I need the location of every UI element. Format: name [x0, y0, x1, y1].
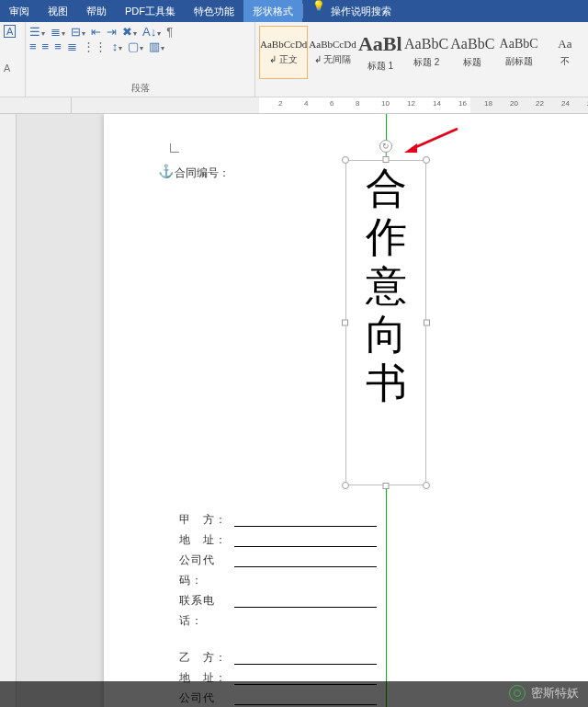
anchor-icon: ⚓ — [158, 164, 174, 178]
svg-line-0 — [412, 129, 458, 149]
change-case-icon[interactable]: A — [4, 63, 10, 74]
form-fields: 甲 方： 地 址： 公司代码： 联系电话： 乙 方： 地 址： 公司代码： 联系… — [179, 509, 377, 707]
tab-feature[interactable]: 特色功能 — [185, 0, 243, 22]
party-a-code: 公司代码： — [179, 550, 234, 590]
ribbon: A A ☰ ≣ ⊟ ⇤ ⇥ ✖ A↓ ¶ ≡ ≡ ≡ ≣ ⋮⋮ ↕ ▢ — [0, 22, 588, 97]
styles-gallery: AaBbCcDd↲ 正文AaBbCcDd↲ 无间隔AaBl标题 1AaBbC标题… — [255, 22, 588, 97]
party-a-tel: 联系电话： — [179, 590, 234, 631]
resize-handle-ml[interactable] — [342, 320, 348, 326]
align-center-icon[interactable]: ≡ — [42, 40, 50, 53]
style-2[interactable]: AaBl标题 1 — [357, 26, 403, 79]
party-a-label: 甲 方： — [179, 509, 234, 530]
linespacing-icon[interactable]: ↕ — [112, 40, 123, 53]
tab-view[interactable]: 视图 — [39, 0, 77, 22]
resize-handle-bl[interactable] — [342, 482, 349, 489]
resize-handle-tr[interactable] — [423, 156, 430, 164]
wechat-icon — [509, 685, 526, 701]
textbox-tool-icon[interactable]: A — [4, 25, 16, 38]
numbering-icon[interactable]: ≣ — [51, 25, 65, 39]
style-1[interactable]: AaBbCcDd↲ 无间隔 — [308, 26, 356, 79]
show-marks-icon[interactable]: ¶ — [166, 25, 173, 39]
align-justify-icon[interactable]: ≣ — [67, 40, 77, 53]
tab-shape-format[interactable]: 形状格式 — [243, 0, 302, 22]
style-6[interactable]: Aa不 — [542, 26, 588, 79]
text-dir-icon[interactable]: ✖ — [122, 25, 137, 39]
tab-help[interactable]: 帮助 — [77, 0, 116, 22]
style-3[interactable]: AaBbC标题 2 — [403, 26, 449, 79]
horizontal-ruler[interactable]: 2468101214161820222426 — [0, 97, 588, 114]
resize-handle-mr[interactable] — [424, 320, 430, 326]
align-left-icon[interactable]: ≡ — [29, 40, 37, 53]
party-b-label: 乙 方： — [179, 647, 234, 667]
party-a-line — [234, 512, 377, 527]
svg-marker-1 — [404, 143, 417, 153]
shading-icon[interactable]: ▢ — [128, 40, 143, 53]
align-right-icon[interactable]: ≡ — [54, 40, 62, 53]
sort-icon[interactable]: A↓ — [142, 25, 161, 39]
resize-handle-bm[interactable] — [383, 483, 390, 489]
resize-handle-tm[interactable] — [383, 156, 390, 163]
title-char: 向 — [366, 311, 407, 359]
bullets-icon[interactable]: ☰ — [29, 25, 45, 39]
tellme-search[interactable]: 操作说明搜索 — [331, 0, 401, 22]
tellme-icon: 💡 — [312, 0, 325, 22]
style-4[interactable]: AaBbC标题 — [449, 26, 495, 79]
resize-handle-br[interactable] — [423, 482, 430, 489]
distributed-icon[interactable]: ⋮⋮ — [83, 40, 107, 53]
outdent-icon[interactable]: ⇤ — [91, 25, 101, 39]
textbox-selected[interactable]: 合作意向书 — [345, 160, 426, 485]
borders-icon[interactable]: ▥ — [149, 40, 164, 53]
title-char: 意 — [366, 262, 407, 311]
watermark-bar — [0, 681, 588, 707]
annotation-arrow — [404, 127, 459, 154]
vertical-ruler[interactable] — [0, 114, 17, 707]
paragraph-group-label: 段落 — [29, 82, 251, 97]
tab-review[interactable]: 审阅 — [0, 0, 39, 22]
title-char: 书 — [366, 359, 407, 408]
title-textbox[interactable]: 合作意向书 — [345, 160, 426, 485]
tab-pdf[interactable]: PDF工具集 — [116, 0, 185, 22]
resize-handle-tl[interactable] — [342, 156, 349, 164]
title-char: 作 — [366, 213, 407, 262]
style-5[interactable]: AaBbC副标题 — [495, 26, 541, 79]
style-0[interactable]: AaBbCcDd↲ 正文 — [259, 26, 308, 79]
watermark: 密斯特妖 — [509, 685, 579, 701]
watermark-text: 密斯特妖 — [531, 685, 579, 701]
ribbon-tabs: 审阅 视图 帮助 PDF工具集 特色功能 形状格式 💡 操作说明搜索 — [0, 0, 588, 22]
party-a-addr: 地 址： — [179, 530, 234, 550]
margin-corner-mark — [170, 143, 179, 153]
document-area[interactable]: ⚓ 合同编号： 合作意向书 甲 方： 地 址： 公司代码： 联系电话： 乙 方：… — [0, 114, 588, 707]
multilevel-icon[interactable]: ⊟ — [71, 25, 85, 39]
indent-icon[interactable]: ⇥ — [107, 25, 117, 39]
contract-number-label: 合同编号： — [175, 165, 230, 181]
rotate-handle[interactable] — [379, 140, 392, 153]
title-char: 合 — [366, 165, 407, 213]
